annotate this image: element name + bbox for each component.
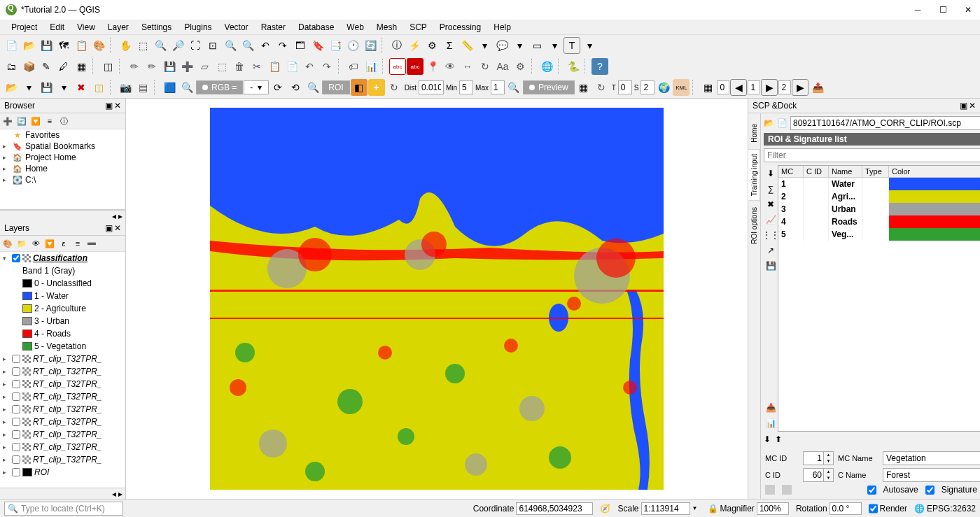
col-name[interactable]: Name bbox=[829, 166, 862, 177]
edit-pencil-icon[interactable]: ✏ bbox=[126, 58, 143, 75]
scp-zoom-icon[interactable]: 🔍 bbox=[178, 79, 195, 96]
layers-filter-icon[interactable]: 🔽 bbox=[43, 237, 56, 250]
mcname-input[interactable] bbox=[883, 451, 980, 465]
layers-visibility-icon[interactable]: 👁 bbox=[29, 237, 42, 250]
col-color[interactable]: Color bbox=[889, 166, 980, 177]
open-project-icon[interactable]: 📂 bbox=[20, 37, 37, 54]
cname-input[interactable] bbox=[883, 468, 980, 482]
move-feature-icon[interactable]: ⬚ bbox=[214, 58, 230, 75]
new-virtual-icon[interactable]: ▦ bbox=[73, 58, 90, 75]
rt-layer-item[interactable]: ▸RT_clip_T32TPR_ bbox=[0, 453, 125, 466]
rt-layer-checkbox[interactable] bbox=[12, 443, 20, 451]
scp-tab-home[interactable]: Home bbox=[748, 119, 760, 148]
dist-input[interactable] bbox=[419, 80, 444, 94]
add-feature-icon[interactable]: ➕ bbox=[178, 58, 195, 75]
layers-expand-icon[interactable]: ≡ bbox=[71, 237, 84, 250]
menu-processing[interactable]: Processing bbox=[434, 21, 486, 34]
annotation-dropdown-icon[interactable]: ▾ bbox=[511, 37, 528, 54]
nav-end-icon[interactable]: ▶ bbox=[792, 79, 808, 96]
temporal-icon[interactable]: 🕐 bbox=[344, 37, 361, 54]
layers-undock-icon[interactable]: ▣ bbox=[105, 223, 113, 233]
text-dropdown-icon[interactable]: ▾ bbox=[581, 37, 598, 54]
redo-icon[interactable]: ↷ bbox=[318, 58, 335, 75]
save-edits-icon[interactable]: 💾 bbox=[161, 58, 178, 75]
rt-layer-item[interactable]: ▸RT_clip_T32TPR_ bbox=[0, 390, 125, 403]
python-console-icon[interactable]: 🐍 bbox=[565, 58, 582, 75]
menu-mesh[interactable]: Mesh bbox=[371, 21, 402, 34]
signature-row[interactable]: 1Water bbox=[778, 178, 980, 190]
scp-stretch2-icon[interactable]: ⟲ bbox=[287, 79, 304, 96]
rt-layer-checkbox[interactable] bbox=[12, 405, 20, 413]
class-item[interactable]: 1 - Water bbox=[0, 290, 125, 302]
cid-input[interactable]: ▲▼ bbox=[803, 468, 834, 482]
preview-label[interactable]: Preview bbox=[523, 80, 575, 94]
rt-layer-checkbox[interactable] bbox=[12, 418, 20, 426]
open-layer-icon[interactable]: 📂 bbox=[3, 79, 20, 96]
sig-up-icon[interactable]: ⬆ bbox=[775, 434, 782, 444]
class-item[interactable]: 2 - Agriculture bbox=[0, 302, 125, 315]
menu-settings[interactable]: Settings bbox=[136, 21, 177, 34]
scp-file-path-input[interactable] bbox=[790, 116, 980, 130]
text-annotation-icon[interactable]: T bbox=[564, 37, 580, 54]
select-dropdown-icon[interactable]: ▾ bbox=[546, 37, 563, 54]
scp-band-icon[interactable]: ▤ bbox=[134, 79, 151, 96]
sig-color1-icon[interactable] bbox=[765, 485, 775, 495]
paste-icon[interactable]: 📄 bbox=[284, 58, 300, 75]
refresh-icon[interactable]: 🔄 bbox=[362, 37, 379, 54]
rotation-input[interactable] bbox=[830, 502, 862, 515]
max-input[interactable] bbox=[491, 80, 505, 94]
roi-redo-icon[interactable]: ↻ bbox=[386, 79, 402, 96]
layers-expr-icon[interactable]: ε bbox=[57, 237, 70, 250]
add-polygon-icon[interactable]: ▱ bbox=[196, 58, 213, 75]
nav-left-icon[interactable]: ◀ bbox=[730, 79, 747, 96]
maximize-button[interactable]: ☐ bbox=[937, 3, 949, 16]
rt-layer-checkbox[interactable] bbox=[12, 380, 20, 388]
col-type[interactable]: Type bbox=[862, 166, 889, 177]
spin-b[interactable] bbox=[748, 80, 760, 94]
preview-redo-icon[interactable]: ↻ bbox=[593, 79, 610, 96]
calculator-icon[interactable]: ⚙ bbox=[424, 37, 440, 54]
zoom-next-icon[interactable]: ↷ bbox=[274, 37, 291, 54]
scp-bandset-icon[interactable]: 🟦 bbox=[161, 79, 178, 96]
spin-c[interactable] bbox=[778, 80, 791, 94]
new-spatialite-icon[interactable]: 🖊 bbox=[55, 58, 72, 75]
scp-stretch-icon[interactable]: ⟳ bbox=[270, 79, 286, 96]
render-checkbox[interactable] bbox=[869, 502, 878, 515]
new-shapefile-icon[interactable]: ✎ bbox=[38, 58, 55, 75]
menu-edit[interactable]: Edit bbox=[44, 21, 70, 34]
col-cid[interactable]: C ID bbox=[804, 166, 829, 177]
browser-hscroll[interactable]: ◂ ▸ bbox=[0, 210, 125, 221]
rt-layer-item[interactable]: ▸RT_clip_T32TPR_ bbox=[0, 353, 125, 365]
nav-right-icon[interactable]: ▶ bbox=[761, 79, 778, 96]
dup-layer-icon[interactable]: ◫ bbox=[90, 79, 107, 96]
label-change-icon[interactable]: Aa bbox=[494, 58, 511, 75]
scp-tab-roi[interactable]: ROI options bbox=[748, 202, 760, 249]
zoom-out-icon[interactable]: 🔎 bbox=[169, 37, 186, 54]
scp-input-icon[interactable]: 📷 bbox=[117, 79, 134, 96]
layer-classification-checkbox[interactable] bbox=[12, 254, 20, 262]
menu-layer[interactable]: Layer bbox=[102, 21, 134, 34]
rt-layer-item[interactable]: ▸RT_clip_T32TPR_ bbox=[0, 365, 125, 378]
menu-scp[interactable]: SCP bbox=[404, 21, 433, 34]
zoom-native-icon[interactable]: ⛶ bbox=[187, 37, 204, 54]
min-input[interactable] bbox=[459, 80, 473, 94]
layer-roi[interactable]: ▸ ROI bbox=[0, 466, 125, 479]
rt-layer-checkbox[interactable] bbox=[12, 430, 20, 439]
sig-color[interactable] bbox=[889, 203, 980, 215]
preview-grid-icon[interactable]: ▦ bbox=[575, 79, 592, 96]
magnifier-input[interactable] bbox=[757, 502, 789, 515]
layer-roi-checkbox[interactable] bbox=[12, 468, 20, 476]
lock-icon[interactable]: 🔒 bbox=[708, 504, 718, 514]
signature-row[interactable]: 3Urban bbox=[778, 203, 980, 215]
layers-add-group-icon[interactable]: 📁 bbox=[15, 237, 28, 250]
help-icon[interactable]: ? bbox=[592, 58, 608, 75]
copy-icon[interactable]: 📋 bbox=[266, 58, 283, 75]
browser-refresh-icon[interactable]: 🔄 bbox=[15, 115, 28, 127]
new-geopackage-icon[interactable]: 📦 bbox=[20, 58, 37, 75]
rgb-dropdown[interactable]: RGB = bbox=[196, 80, 243, 94]
sig-color[interactable] bbox=[889, 215, 980, 228]
rgb-value-dropdown[interactable]: - ▾ bbox=[244, 80, 269, 94]
zoom-full-icon[interactable]: ⊡ bbox=[204, 37, 221, 54]
sig-save-icon[interactable]: 💾 bbox=[765, 260, 776, 271]
minimize-button[interactable]: ─ bbox=[911, 3, 924, 16]
